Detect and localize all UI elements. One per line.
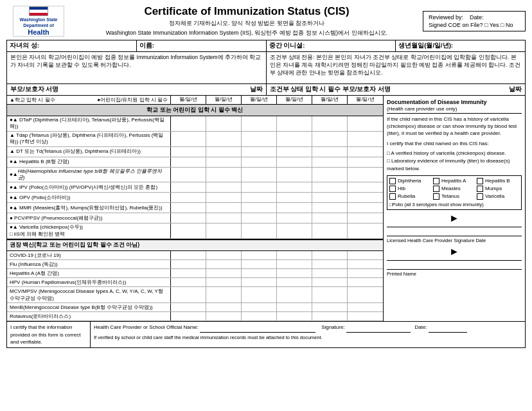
vax-date-cell[interactable]	[242, 213, 277, 223]
rec-date-cell[interactable]	[171, 278, 206, 286]
vax-date-cell[interactable]	[348, 203, 383, 213]
vax-date-cell[interactable]	[171, 213, 206, 223]
rec-date-cell[interactable]	[206, 269, 242, 277]
date-field[interactable]	[429, 324, 467, 333]
vax-date-cell[interactable]	[242, 132, 277, 146]
vax-date-cell[interactable]	[206, 116, 242, 131]
vax-date-cell[interactable]	[206, 193, 242, 202]
vax-date-cell[interactable]	[277, 182, 312, 192]
rec-date-cell[interactable]	[277, 312, 312, 320]
vax-date-cell[interactable]	[206, 182, 242, 192]
vax-date-cell[interactable]	[171, 168, 206, 182]
vax-date-cell[interactable]	[171, 116, 206, 131]
vax-date-cell[interactable]	[206, 132, 242, 146]
vax-date-cell[interactable]	[312, 193, 348, 202]
vax-date-cell[interactable]	[277, 223, 312, 238]
vax-date-cell[interactable]	[171, 182, 206, 192]
vax-date-cell[interactable]	[171, 193, 206, 202]
vax-date-cell[interactable]	[206, 203, 242, 213]
rec-date-cell[interactable]	[312, 312, 348, 320]
rec-date-cell[interactable]	[242, 278, 277, 286]
vax-date-cell[interactable]	[312, 213, 348, 223]
vax-date-cell[interactable]	[206, 168, 242, 182]
checkbox-hepa[interactable]	[433, 178, 439, 184]
rec-date-cell[interactable]	[277, 287, 312, 302]
vax-date-cell[interactable]	[277, 116, 312, 131]
rec-date-cell[interactable]	[348, 287, 383, 302]
rec-date-cell[interactable]	[312, 287, 348, 302]
vax-date-cell[interactable]	[171, 223, 206, 238]
rec-date-cell[interactable]	[206, 312, 242, 320]
vax-date-cell[interactable]	[312, 203, 348, 213]
rec-date-cell[interactable]	[312, 269, 348, 277]
vax-date-cell[interactable]	[242, 203, 277, 213]
rec-date-cell[interactable]	[348, 312, 383, 320]
vax-date-cell[interactable]	[348, 168, 383, 182]
vax-date-cell[interactable]	[348, 182, 383, 192]
vax-date-cell[interactable]	[312, 116, 348, 131]
rec-date-cell[interactable]	[171, 251, 206, 259]
vax-date-cell[interactable]	[312, 182, 348, 192]
vax-date-cell[interactable]	[171, 203, 206, 213]
vax-date-cell[interactable]	[348, 213, 383, 223]
vax-date-cell[interactable]	[312, 157, 348, 167]
vax-date-cell[interactable]	[348, 116, 383, 131]
vax-date-cell[interactable]	[242, 182, 277, 192]
vax-date-cell[interactable]	[242, 193, 277, 202]
rec-date-cell[interactable]	[206, 303, 242, 311]
vax-date-cell[interactable]	[277, 213, 312, 223]
checkbox-mumps[interactable]	[477, 186, 483, 192]
rec-date-cell[interactable]	[277, 269, 312, 277]
vax-date-cell[interactable]	[206, 213, 242, 223]
vax-date-cell[interactable]	[206, 157, 242, 167]
vax-date-cell[interactable]	[277, 193, 312, 202]
rec-date-cell[interactable]	[277, 303, 312, 311]
vax-date-cell[interactable]	[348, 223, 383, 238]
checkbox-hib[interactable]	[389, 186, 396, 192]
rec-date-cell[interactable]	[312, 303, 348, 311]
checkbox-tetanus[interactable]	[433, 193, 439, 200]
vax-date-cell[interactable]	[206, 147, 242, 157]
rec-date-cell[interactable]	[171, 260, 206, 268]
rec-date-cell[interactable]	[206, 260, 242, 268]
rec-date-cell[interactable]	[242, 251, 277, 259]
checkbox-diphtheria[interactable]	[389, 178, 396, 184]
vax-date-cell[interactable]	[312, 132, 348, 146]
vax-date-cell[interactable]	[348, 157, 383, 167]
vax-date-cell[interactable]	[277, 157, 312, 167]
vax-date-cell[interactable]	[312, 168, 348, 182]
vax-date-cell[interactable]	[242, 168, 277, 182]
rec-date-cell[interactable]	[242, 287, 277, 302]
provider-name-field[interactable]	[200, 324, 315, 333]
vax-date-cell[interactable]	[348, 147, 383, 157]
rec-date-cell[interactable]	[348, 303, 383, 311]
vax-date-cell[interactable]	[242, 147, 277, 157]
vax-date-cell[interactable]	[277, 147, 312, 157]
vax-date-cell[interactable]	[312, 147, 348, 157]
vax-date-cell[interactable]	[348, 132, 383, 146]
rec-date-cell[interactable]	[206, 287, 242, 302]
rec-date-cell[interactable]	[277, 251, 312, 259]
vax-date-cell[interactable]	[171, 147, 206, 157]
rec-date-cell[interactable]	[242, 269, 277, 277]
rec-date-cell[interactable]	[242, 303, 277, 311]
vax-date-cell[interactable]	[277, 132, 312, 146]
rec-date-cell[interactable]	[312, 278, 348, 286]
vax-date-cell[interactable]	[206, 223, 242, 238]
vax-date-cell[interactable]	[242, 116, 277, 131]
rec-date-cell[interactable]	[242, 312, 277, 320]
checkbox-hepb[interactable]	[477, 178, 483, 184]
rec-date-cell[interactable]	[206, 278, 242, 286]
rec-date-cell[interactable]	[348, 260, 383, 268]
rec-date-cell[interactable]	[312, 251, 348, 259]
vax-date-cell[interactable]	[348, 193, 383, 202]
vax-date-cell[interactable]	[277, 168, 312, 182]
vax-date-cell[interactable]	[242, 157, 277, 167]
rec-date-cell[interactable]	[348, 278, 383, 286]
rec-date-cell[interactable]	[206, 251, 242, 259]
vax-date-cell[interactable]	[277, 203, 312, 213]
rec-date-cell[interactable]	[171, 312, 206, 320]
vax-date-cell[interactable]	[171, 157, 206, 167]
rec-date-cell[interactable]	[348, 269, 383, 277]
vax-date-cell[interactable]	[242, 223, 277, 238]
